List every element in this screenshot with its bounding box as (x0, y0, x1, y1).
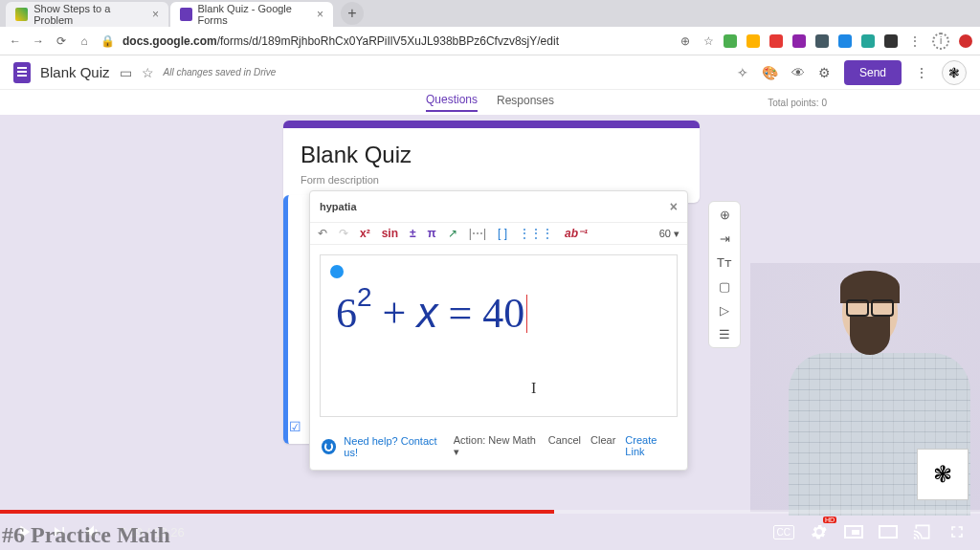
extension-icon[interactable] (861, 34, 875, 48)
add-title-icon[interactable]: Tᴛ (717, 255, 732, 270)
captions-button[interactable]: CC (773, 525, 794, 539)
extension-icon[interactable] (792, 34, 806, 48)
power-tool[interactable]: x² (360, 227, 370, 240)
equation-settings-icon[interactable] (330, 265, 344, 278)
folder-icon[interactable]: ▭ (120, 65, 132, 80)
save-status: All changes saved in Drive (164, 67, 277, 77)
document-title[interactable]: Blank Quiz (40, 64, 110, 80)
extension-icon[interactable] (815, 34, 829, 48)
question-card-edge (283, 195, 312, 444)
browser-tab[interactable]: Blank Quiz - Google Forms × (170, 2, 333, 27)
answer-key-icon[interactable]: ☑ (289, 419, 301, 434)
theater-button[interactable] (879, 525, 898, 539)
send-button[interactable]: Send (844, 60, 902, 85)
browser-tab[interactable]: Show Steps to a Problem × (6, 2, 168, 27)
equation-content: 62 + x = 40 (336, 282, 661, 338)
star-icon[interactable]: ☆ (142, 65, 154, 80)
browser-tabstrip: Show Steps to a Problem × Blank Quiz - G… (0, 0, 980, 27)
back-icon[interactable]: ← (8, 34, 23, 48)
forms-header: Blank Quiz ▭ ☆ All changes saved in Driv… (0, 55, 980, 90)
form-canvas: Blank Quiz Form description ☑ hypatia × … (0, 115, 980, 550)
font-size-select[interactable]: 60 ▾ (659, 228, 679, 240)
plusminus-tool[interactable]: ± (410, 227, 416, 240)
dialog-title: hypatia (320, 201, 357, 212)
lock-icon: 🔒 (100, 34, 115, 48)
total-points: Total points: 0 (768, 98, 827, 108)
browser-toolbar: ← → ⟳ ⌂ 🔒 docs.google.com/forms/d/189mRj… (0, 27, 980, 55)
home-icon[interactable]: ⌂ (77, 34, 92, 48)
equation-editor[interactable]: 62 + x = 40 I (320, 254, 678, 417)
addons-icon[interactable]: ✧ (737, 65, 748, 80)
abs-tool[interactable]: |⋯| (469, 227, 486, 240)
extension-icon[interactable] (838, 34, 852, 48)
preview-icon[interactable]: 👁 (791, 65, 805, 80)
tab-responses[interactable]: Responses (497, 94, 554, 111)
close-icon[interactable]: × (152, 8, 159, 21)
new-tab-button[interactable]: + (341, 2, 364, 25)
settings-icon[interactable]: ⚙ (818, 65, 831, 80)
watermark-logo: ❃ (917, 449, 969, 500)
inverse-tool[interactable]: ab⁻¹ (565, 227, 588, 240)
add-section-icon[interactable]: ☰ (719, 327, 730, 341)
matrix-tool[interactable]: ⋮⋮⋮ (519, 227, 553, 240)
undo-icon[interactable]: ↶ (318, 227, 327, 240)
add-image-icon[interactable]: ▢ (719, 279, 730, 294)
settings-button[interactable]: HD (810, 522, 829, 541)
tab-favicon (180, 8, 192, 21)
extension-icon[interactable] (884, 34, 898, 48)
close-icon[interactable]: × (317, 8, 323, 21)
hypatia-dialog: hypatia × ↶ ↷ x² sin ± π ↗ |⋯| [ ] ⋮⋮⋮ a… (309, 190, 688, 471)
equation-toolbar: ↶ ↷ x² sin ± π ↗ |⋯| [ ] ⋮⋮⋮ ab⁻¹ 60 ▾ (310, 222, 687, 245)
extension-icon[interactable] (746, 34, 760, 48)
forward-icon[interactable]: → (31, 34, 46, 48)
form-description[interactable]: Form description (301, 174, 682, 186)
tab-title: Blank Quiz - Google Forms (198, 3, 311, 26)
tab-title: Show Steps to a Problem (33, 3, 146, 26)
cancel-button[interactable]: Cancel (548, 434, 581, 458)
account-avatar[interactable]: ❃ (942, 60, 967, 85)
import-questions-icon[interactable]: ⇥ (720, 231, 730, 246)
extensions-tray: ⋮ i (724, 33, 972, 50)
clear-button[interactable]: Clear (590, 434, 615, 458)
help-icon[interactable] (322, 439, 336, 454)
notification-icon[interactable] (959, 34, 972, 48)
reload-icon[interactable]: ⟳ (54, 34, 69, 48)
hd-badge: HD (823, 517, 836, 523)
add-video-icon[interactable]: ▷ (720, 303, 729, 318)
more-icon[interactable]: ⋮ (915, 65, 928, 80)
help-link[interactable]: Need help? Contact us! (344, 435, 449, 458)
arrow-tool[interactable]: ↗ (448, 227, 457, 240)
add-question-icon[interactable]: ⊕ (720, 208, 730, 222)
redo-icon[interactable]: ↷ (339, 227, 348, 240)
menu-icon[interactable]: ⋮ (907, 34, 923, 48)
forms-logo-icon[interactable] (13, 62, 31, 83)
extension-icon[interactable] (769, 34, 783, 48)
action-dropdown[interactable]: Action: New Math ▾ (454, 434, 539, 458)
form-subtabs: Questions Responses Total points: 0 (0, 90, 980, 115)
profile-info-icon[interactable]: i (932, 33, 949, 50)
tab-favicon (15, 8, 28, 21)
extension-icon[interactable] (724, 34, 737, 48)
pi-tool[interactable]: π (428, 227, 436, 240)
video-overlay-title: #6 Practice Math (2, 522, 170, 548)
fullscreen-button[interactable] (947, 522, 967, 541)
theme-icon[interactable]: 🎨 (762, 65, 778, 80)
miniplayer-button[interactable] (844, 525, 863, 539)
close-icon[interactable]: × (670, 199, 678, 214)
address-bar[interactable]: docs.google.com/forms/d/189mRjhboRhCx0Ya… (122, 34, 670, 48)
create-link-button[interactable]: Create Link (625, 434, 676, 458)
question-toolbar: ⊕ ⇥ Tᴛ ▢ ▷ ☰ (708, 201, 741, 348)
form-title[interactable]: Blank Quiz (301, 142, 682, 168)
text-cursor-icon: I (531, 380, 536, 397)
star-icon[interactable]: ☆ (701, 34, 716, 48)
zoom-icon[interactable]: ⊕ (678, 34, 693, 48)
cast-button[interactable] (913, 522, 932, 541)
tab-questions[interactable]: Questions (426, 93, 478, 112)
trig-tool[interactable]: sin (382, 227, 398, 240)
brackets-tool[interactable]: [ ] (498, 227, 507, 240)
